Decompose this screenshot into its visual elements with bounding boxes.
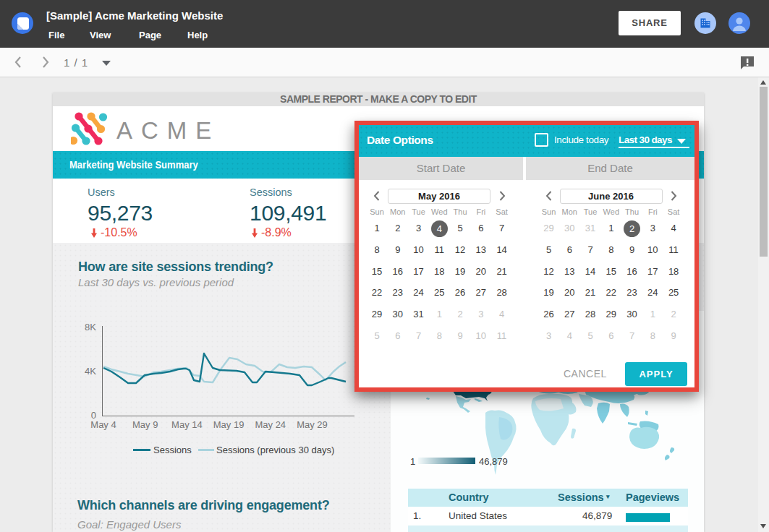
- svg-text:May 29: May 29: [297, 419, 328, 430]
- svg-text:May 4: May 4: [90, 419, 116, 430]
- svg-text:8K: 8K: [85, 322, 96, 332]
- svg-text:May 24: May 24: [255, 419, 286, 430]
- svg-text:May 14: May 14: [171, 419, 203, 430]
- svg-text:May 19: May 19: [213, 419, 245, 430]
- svg-text:May 9: May 9: [132, 419, 158, 430]
- svg-text:4K: 4K: [85, 366, 96, 377]
